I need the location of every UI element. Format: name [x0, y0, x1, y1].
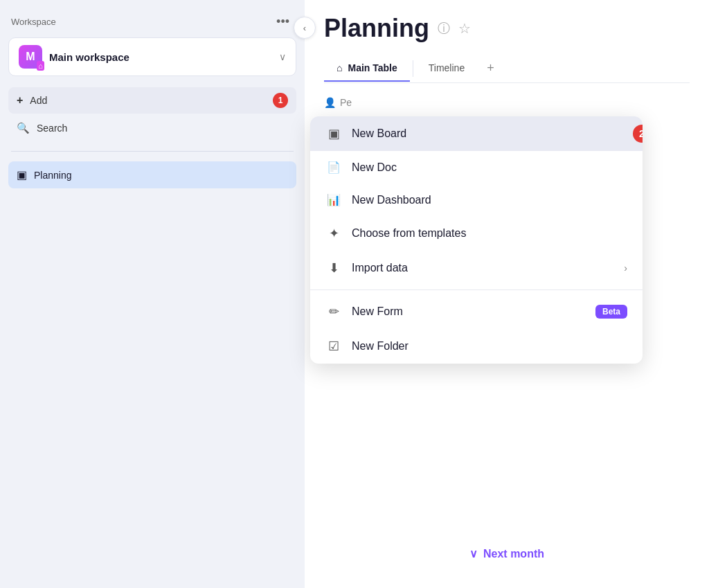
nav-item-label: Planning: [34, 170, 72, 181]
chevron-down-icon: ∨: [279, 51, 286, 62]
avatar: M ⌂: [19, 45, 42, 69]
tab-divider: [413, 60, 413, 77]
new-board-item[interactable]: ▣ New Board 2: [310, 116, 643, 151]
badge-2: 2: [633, 125, 643, 143]
sidebar-item-planning[interactable]: ▣ Planning: [8, 161, 296, 188]
sidebar-header: Workspace •••: [0, 0, 305, 37]
sidebar-nav: ▣ Planning: [0, 159, 305, 191]
add-button[interactable]: + Add 1: [8, 87, 296, 114]
person-label: 👤 Pe: [324, 97, 690, 108]
workspace-label: Workspace: [11, 17, 56, 27]
workspace-selector[interactable]: M ⌂ Main workspace ∨: [8, 37, 296, 76]
doc-icon: 📄: [325, 161, 342, 174]
person-icon: 👤: [324, 97, 336, 108]
more-options-button[interactable]: •••: [272, 12, 294, 30]
tab-label: Main Table: [348, 62, 397, 73]
dashboard-icon: 📊: [325, 193, 342, 206]
import-data-label: Import data: [352, 262, 614, 274]
main-header: Planning ⓘ ☆ ⌂ Main Table Timeline +: [305, 0, 709, 83]
import-icon: ⬇: [325, 260, 342, 276]
workspace-name: Main workspace: [49, 51, 272, 63]
dropdown-divider: [310, 289, 643, 290]
folder-icon: ☑: [325, 339, 342, 354]
dropdown-menu: ▣ New Board 2 📄 New Doc 📊 New Dashboard …: [310, 116, 643, 364]
search-label: Search: [37, 123, 67, 134]
divider: [11, 151, 294, 152]
form-icon: ✏: [325, 304, 342, 319]
next-month-label: Next month: [483, 548, 544, 560]
add-tab-button[interactable]: +: [477, 54, 504, 82]
new-dashboard-item[interactable]: 📊 New Dashboard: [310, 184, 643, 216]
home-tab-icon: ⌂: [336, 62, 342, 73]
tabs-row: ⌂ Main Table Timeline +: [324, 54, 690, 83]
new-doc-label: New Doc: [352, 161, 627, 174]
choose-templates-item[interactable]: ✦ Choose from templates: [310, 216, 643, 251]
next-month-row[interactable]: ∨ Next month: [305, 547, 709, 560]
sidebar: Workspace ••• M ⌂ Main workspace ∨ + Add…: [0, 0, 305, 588]
tab-main-table[interactable]: ⌂ Main Table: [324, 55, 410, 82]
star-icon[interactable]: ☆: [458, 20, 471, 37]
new-folder-label: New Folder: [352, 340, 627, 353]
collapse-sidebar-button[interactable]: ‹: [294, 17, 316, 39]
beta-badge: Beta: [595, 305, 627, 319]
new-doc-item[interactable]: 📄 New Doc: [310, 151, 643, 184]
search-button[interactable]: 🔍 Search: [8, 115, 296, 141]
templates-icon: ✦: [325, 226, 342, 241]
plus-icon: +: [17, 94, 23, 107]
new-form-label: New Form: [352, 305, 586, 318]
new-form-item[interactable]: ✏ New Form Beta: [310, 294, 643, 329]
new-folder-item[interactable]: ☑ New Folder: [310, 329, 643, 364]
tab-timeline[interactable]: Timeline: [416, 55, 477, 82]
page-title: Planning: [324, 14, 429, 43]
new-board-label: New Board: [352, 127, 627, 140]
info-icon[interactable]: ⓘ: [438, 20, 450, 37]
add-label: Add: [30, 95, 47, 106]
badge-1: 1: [273, 93, 288, 108]
new-dashboard-label: New Dashboard: [352, 194, 627, 206]
page-title-row: Planning ⓘ ☆: [324, 14, 690, 43]
sidebar-actions: + Add 1 🔍 Search: [0, 84, 305, 144]
timeline-tab-label: Timeline: [429, 62, 465, 73]
home-icon: ⌂: [37, 61, 44, 71]
search-icon: 🔍: [17, 122, 30, 134]
chevron-down-icon: ∨: [469, 547, 478, 560]
board-icon: ▣: [325, 126, 342, 141]
chevron-right-icon: ›: [624, 262, 627, 274]
import-data-item[interactable]: ⬇ Import data ›: [310, 251, 643, 285]
board-icon: ▣: [17, 168, 27, 181]
choose-templates-label: Choose from templates: [352, 227, 627, 240]
